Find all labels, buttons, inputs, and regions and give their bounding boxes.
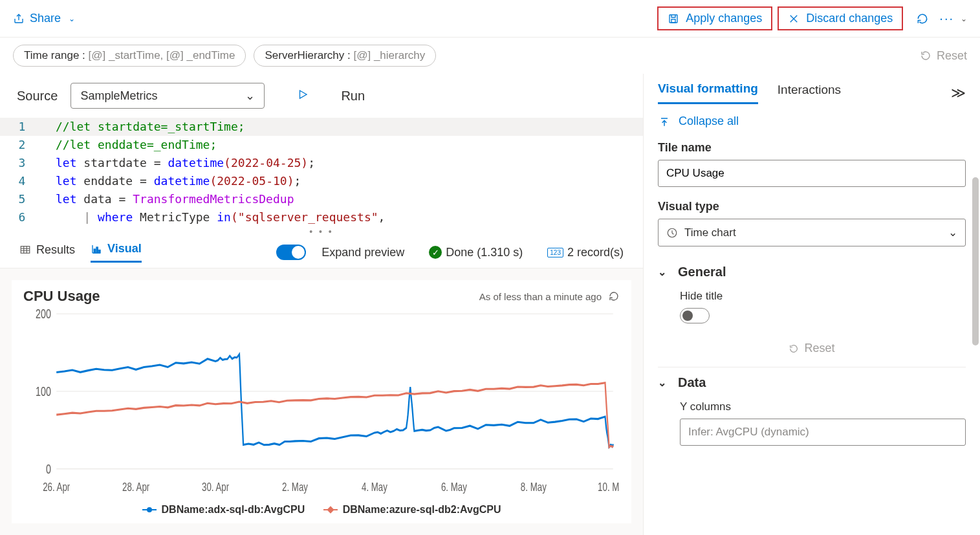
apply-changes-label: Apply changes <box>686 12 762 25</box>
scrollbar[interactable] <box>972 177 979 345</box>
section-label: Data <box>678 375 706 390</box>
chevron-down-icon: ⌄ <box>69 14 75 23</box>
line-number: 4 <box>0 172 44 190</box>
line-number: 6 <box>0 208 44 226</box>
ellipsis-icon: ··· <box>939 11 954 26</box>
share-button[interactable]: Share ⌄ <box>13 12 75 25</box>
svg-text:200: 200 <box>36 307 51 322</box>
svg-rect-2 <box>21 246 30 254</box>
status-indicator: ✓ Done (1.310 s) <box>429 246 523 259</box>
editor-panel: Source SampleMetrics ⌄ Run 1//let startd… <box>0 74 644 535</box>
svg-rect-4 <box>96 247 98 253</box>
legend-item[interactable]: DBName:adx-sql-db:AvgCPU <box>142 504 305 516</box>
table-icon <box>19 244 31 256</box>
tab-label: Visual <box>107 242 142 256</box>
clock-icon <box>666 227 678 239</box>
filter-prefix: ServerHierarchy : <box>265 49 353 61</box>
svg-text:28. Apr: 28. Apr <box>122 481 150 493</box>
svg-rect-0 <box>670 15 677 23</box>
filter-value: [@] _hierarchy <box>353 49 425 61</box>
source-label: Source <box>17 89 58 104</box>
accordion-data[interactable]: ⌄ Data <box>644 367 980 398</box>
svg-text:8. May: 8. May <box>521 481 547 493</box>
y-columns-select[interactable]: Infer: AvgCPU (dynamic) <box>680 419 966 446</box>
resize-handle[interactable]: • • • <box>0 226 643 237</box>
formatting-panel: Visual formatting Interactions ≫ Collaps… <box>644 74 980 535</box>
source-value: SampleMetrics <box>80 89 157 103</box>
chevron-down-icon: ⌄ <box>961 14 967 23</box>
chart-container: CPU Usage As of less than a minute ago 0… <box>0 268 643 535</box>
status-text: Done (1.310 s) <box>446 246 523 259</box>
tab-visual[interactable]: Visual <box>91 242 142 263</box>
chevron-down-icon: ⌄ <box>658 377 666 389</box>
count-icon: 123 <box>547 248 563 257</box>
expand-preview-label: Expand preview <box>321 246 404 259</box>
chart-timestamp: As of less than a minute ago <box>479 291 602 302</box>
svg-rect-3 <box>94 249 95 253</box>
checkmark-icon: ✓ <box>429 246 442 259</box>
expand-preview-toggle[interactable] <box>276 245 306 260</box>
tile-name-label: Tile name <box>658 141 966 155</box>
discard-changes-label: Discard changes <box>806 12 893 25</box>
tab-interactions[interactable]: Interactions <box>778 83 841 104</box>
select-value: Time chart <box>684 226 736 239</box>
y-columns-label: Y columns <box>680 400 966 413</box>
tab-label: Results <box>36 243 75 257</box>
line-number: 3 <box>0 154 44 172</box>
reset-icon <box>789 344 799 354</box>
run-button[interactable] <box>297 89 309 104</box>
section-reset-button[interactable]: Reset <box>658 334 966 367</box>
source-select[interactable]: SampleMetrics ⌄ <box>71 83 265 109</box>
svg-text:0: 0 <box>46 461 51 476</box>
chart-title: CPU Usage <box>23 288 100 305</box>
legend-item[interactable]: DBName:azure-sql-db2:AvgCPU <box>323 504 501 516</box>
expand-panel-button[interactable]: ≫ <box>951 85 966 102</box>
svg-text:100: 100 <box>36 384 51 399</box>
refresh-icon[interactable] <box>608 290 620 302</box>
share-label: Share <box>30 12 61 25</box>
chevron-down-icon: ⌄ <box>245 89 255 103</box>
refresh-icon <box>916 12 929 25</box>
collapse-icon <box>658 115 671 128</box>
tile-name-input[interactable] <box>658 160 966 187</box>
svg-text:4. May: 4. May <box>362 481 387 493</box>
source-row: Source SampleMetrics ⌄ Run <box>0 74 643 118</box>
svg-rect-1 <box>671 19 675 22</box>
collapse-label: Collapse all <box>679 115 739 128</box>
select-value: Infer: AvgCPU (dynamic) <box>688 426 809 439</box>
more-menu-button[interactable]: ··· ⌄ <box>939 11 967 26</box>
tab-visual-formatting[interactable]: Visual formatting <box>658 82 758 104</box>
svg-text:10. May: 10. May <box>598 481 620 493</box>
filter-time-range[interactable]: Time range : [@] _startTime, [@] _endTim… <box>13 45 246 67</box>
svg-text:26. Apr: 26. Apr <box>43 481 71 493</box>
share-icon <box>13 13 25 25</box>
run-label: Run <box>341 89 365 104</box>
filter-server-hierarchy[interactable]: ServerHierarchy : [@] _hierarchy <box>254 45 436 67</box>
tab-results[interactable]: Results <box>19 243 75 262</box>
refresh-button[interactable] <box>916 12 929 25</box>
filter-bar: Time range : [@] _startTime, [@] _endTim… <box>0 38 980 74</box>
hide-title-toggle[interactable] <box>680 308 710 323</box>
top-toolbar: Share ⌄ Apply changes Discard changes ··… <box>0 0 980 38</box>
record-count: 123 2 record(s) <box>547 246 624 259</box>
visual-type-select[interactable]: Time chart ⌄ <box>658 219 966 246</box>
reset-label: Reset <box>804 342 834 355</box>
right-tabs: Visual formatting Interactions ≫ <box>644 74 980 104</box>
line-number: 1 <box>0 118 44 136</box>
hide-title-label: Hide title <box>680 290 966 303</box>
apply-changes-button[interactable]: Apply changes <box>657 6 772 30</box>
visual-type-label: Visual type <box>658 200 966 213</box>
svg-text:30. Apr: 30. Apr <box>202 481 230 493</box>
filter-value: [@] _startTime, [@] _endTime <box>89 49 235 61</box>
play-icon <box>297 89 309 100</box>
svg-text:2. May: 2. May <box>282 481 308 493</box>
code-editor[interactable]: 1//let startdate=_startTime; 2//let endd… <box>0 118 643 226</box>
chart-icon <box>91 243 102 255</box>
discard-changes-button[interactable]: Discard changes <box>778 6 903 30</box>
chart-plot: 010020026. Apr28. Apr30. Apr2. May4. May… <box>23 305 620 496</box>
accordion-general[interactable]: ⌄ General <box>644 257 980 287</box>
reset-filters-button[interactable]: Reset <box>920 49 967 63</box>
collapse-all-button[interactable]: Collapse all <box>644 104 980 138</box>
close-icon <box>788 13 800 25</box>
reset-icon <box>920 50 931 61</box>
